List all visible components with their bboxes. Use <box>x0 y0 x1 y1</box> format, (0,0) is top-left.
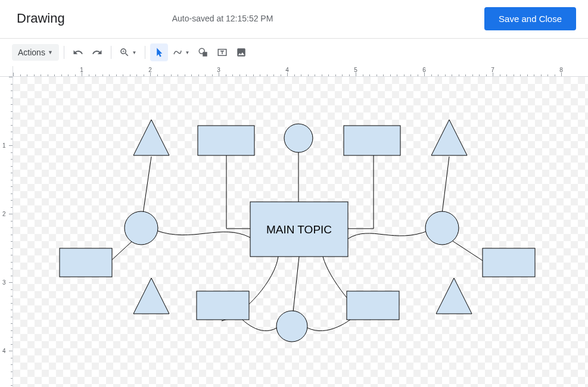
rect-shape[interactable] <box>197 291 249 320</box>
workspace: 1234 <box>0 77 588 387</box>
ruler-h-label: 5 <box>354 67 357 73</box>
select-tool-button[interactable] <box>150 43 168 61</box>
ruler-vertical: 1234 <box>0 77 13 387</box>
shapes: MAIN TOPIC <box>60 120 535 342</box>
ruler-h-label: 1 <box>80 67 83 73</box>
autosave-status: Auto-saved at 12:15:52 PM <box>172 14 273 23</box>
redo-icon <box>92 47 102 58</box>
circle-shape[interactable] <box>284 124 313 152</box>
redo-button[interactable] <box>88 43 106 61</box>
diagram-svg: MAIN TOPIC <box>13 77 588 386</box>
drawing-canvas[interactable]: MAIN TOPIC <box>13 77 588 387</box>
rect-shape[interactable] <box>60 248 112 277</box>
zoom-icon <box>119 47 130 58</box>
rect-shape[interactable] <box>347 291 399 320</box>
textbox-icon <box>217 47 228 58</box>
line-tool-button[interactable]: ▼ <box>169 43 193 61</box>
image-icon <box>236 47 247 58</box>
svg-rect-1 <box>203 52 207 57</box>
svg-line-6 <box>110 241 132 262</box>
ruler-h-label: 6 <box>422 67 426 73</box>
textbox-tool-button[interactable] <box>213 43 231 61</box>
circle-shape[interactable] <box>276 311 307 342</box>
ruler-h-label: 2 <box>148 67 152 73</box>
circle-shape[interactable] <box>425 211 459 245</box>
triangle-shape[interactable] <box>436 278 472 314</box>
actions-label: Actions <box>18 48 45 57</box>
caret-down-icon: ▼ <box>48 49 53 55</box>
ruler-corner <box>0 66 13 77</box>
circle-shape[interactable] <box>125 211 158 245</box>
cursor-icon <box>154 47 164 58</box>
header: Drawing Auto-saved at 12:15:52 PM Save a… <box>0 0 588 39</box>
rect-shape[interactable] <box>198 126 254 155</box>
divider <box>64 46 64 59</box>
actions-menu-button[interactable]: Actions ▼ <box>12 44 59 61</box>
ruler-horizontal-container: 12345678 <box>0 66 588 77</box>
rect-shape[interactable] <box>344 126 400 155</box>
ruler-h-label: 4 <box>285 67 289 73</box>
shape-icon <box>198 47 209 58</box>
ruler-horizontal: 12345678 <box>13 66 588 77</box>
svg-line-7 <box>453 241 484 261</box>
dialog-title: Drawing <box>17 11 65 26</box>
ruler-v-label: 3 <box>2 279 6 286</box>
zoom-button[interactable]: ▼ <box>116 43 140 61</box>
caret-down-icon: ▼ <box>185 50 189 55</box>
save-and-close-button[interactable]: Save and Close <box>484 7 576 30</box>
main-topic-label: MAIN TOPIC <box>266 223 332 236</box>
divider <box>145 46 145 59</box>
triangle-shape[interactable] <box>133 120 169 155</box>
svg-line-5 <box>442 157 449 214</box>
divider <box>111 46 111 59</box>
ruler-v-label: 2 <box>2 211 6 217</box>
undo-button[interactable] <box>69 43 87 61</box>
shape-tool-button[interactable] <box>194 43 212 61</box>
ruler-v-label: 1 <box>2 142 6 149</box>
triangle-shape[interactable] <box>133 278 169 314</box>
rect-shape[interactable] <box>483 248 535 277</box>
ruler-h-label: 7 <box>491 67 494 73</box>
ruler-h-label: 8 <box>559 67 563 73</box>
ruler-h-label: 3 <box>217 67 220 73</box>
ruler-v-label: 4 <box>2 348 6 354</box>
caret-down-icon: ▼ <box>132 50 136 55</box>
image-tool-button[interactable] <box>232 43 250 61</box>
triangle-shape[interactable] <box>431 120 467 155</box>
undo-icon <box>73 47 83 58</box>
line-icon <box>172 47 183 58</box>
svg-line-3 <box>143 157 151 214</box>
toolbar: Actions ▼ ▼ ▼ <box>0 39 588 66</box>
